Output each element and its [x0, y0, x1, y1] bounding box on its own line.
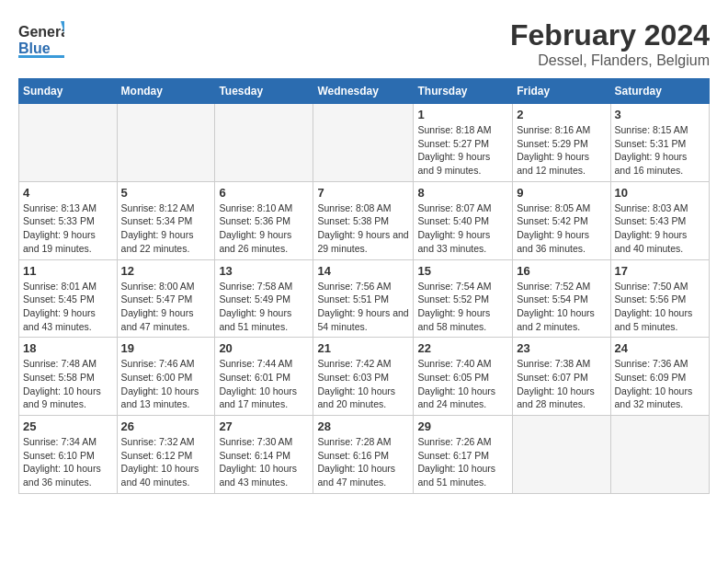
calendar-week-3: 11Sunrise: 8:01 AMSunset: 5:45 PMDayligh… — [19, 259, 710, 338]
svg-text:Blue: Blue — [18, 40, 51, 56]
day-info: Sunrise: 7:50 AMSunset: 5:56 PMDaylight:… — [615, 280, 705, 334]
day-number: 21 — [317, 341, 409, 355]
calendar-table: SundayMondayTuesdayWednesdayThursdayFrid… — [18, 78, 710, 494]
day-info: Sunrise: 8:16 AMSunset: 5:29 PMDaylight:… — [517, 123, 606, 178]
calendar-day: 27Sunrise: 7:30 AMSunset: 6:14 PMDayligh… — [215, 416, 313, 494]
day-number: 8 — [417, 186, 508, 200]
calendar-week-2: 4Sunrise: 8:13 AMSunset: 5:33 PMDaylight… — [19, 181, 710, 259]
calendar-day: 2Sunrise: 8:16 AMSunset: 5:29 PMDaylight… — [513, 104, 610, 182]
day-number: 19 — [121, 341, 211, 355]
day-number: 7 — [317, 186, 409, 200]
day-info: Sunrise: 7:30 AMSunset: 6:14 PMDaylight:… — [219, 435, 309, 489]
day-number: 13 — [219, 264, 309, 278]
weekday-header-wednesday: Wednesday — [313, 79, 414, 104]
day-info: Sunrise: 7:28 AMSunset: 6:16 PMDaylight:… — [317, 435, 409, 489]
day-number: 15 — [417, 264, 508, 278]
day-info: Sunrise: 7:58 AMSunset: 5:49 PMDaylight:… — [219, 280, 309, 334]
day-number: 17 — [615, 264, 705, 278]
day-info: Sunrise: 8:15 AMSunset: 5:31 PMDaylight:… — [615, 123, 705, 178]
calendar-day: 3Sunrise: 8:15 AMSunset: 5:31 PMDaylight… — [610, 104, 709, 182]
calendar-day — [117, 104, 215, 182]
calendar-day: 8Sunrise: 8:07 AMSunset: 5:40 PMDaylight… — [414, 181, 513, 259]
calendar-day: 9Sunrise: 8:05 AMSunset: 5:42 PMDaylight… — [513, 181, 610, 259]
day-info: Sunrise: 8:08 AMSunset: 5:38 PMDaylight:… — [317, 201, 409, 256]
day-number: 24 — [615, 341, 705, 355]
header: General Blue February 2024 Dessel, Fland… — [18, 18, 710, 69]
calendar-day: 26Sunrise: 7:32 AMSunset: 6:12 PMDayligh… — [117, 416, 215, 494]
calendar-week-5: 25Sunrise: 7:34 AMSunset: 6:10 PMDayligh… — [19, 416, 710, 494]
weekday-header-sunday: Sunday — [19, 79, 118, 104]
day-info: Sunrise: 7:54 AMSunset: 5:52 PMDaylight:… — [417, 280, 508, 334]
day-info: Sunrise: 7:32 AMSunset: 6:12 PMDaylight:… — [121, 435, 211, 489]
day-info: Sunrise: 7:52 AMSunset: 5:54 PMDaylight:… — [517, 280, 606, 334]
day-info: Sunrise: 7:48 AMSunset: 5:58 PMDaylight:… — [23, 357, 113, 411]
day-number: 6 — [219, 186, 309, 200]
day-info: Sunrise: 8:05 AMSunset: 5:42 PMDaylight:… — [517, 201, 606, 256]
day-info: Sunrise: 8:18 AMSunset: 5:27 PMDaylight:… — [417, 123, 508, 178]
day-info: Sunrise: 7:42 AMSunset: 6:03 PMDaylight:… — [317, 357, 409, 411]
calendar-week-1: 1Sunrise: 8:18 AMSunset: 5:27 PMDaylight… — [19, 104, 710, 182]
svg-text:General: General — [18, 24, 64, 40]
month-year: February 2024 — [510, 18, 710, 52]
calendar-day — [313, 104, 414, 182]
day-number: 29 — [417, 419, 508, 433]
day-number: 26 — [121, 419, 211, 433]
day-number: 3 — [615, 108, 705, 121]
weekday-header-monday: Monday — [117, 79, 215, 104]
day-number: 18 — [23, 341, 113, 355]
calendar-day: 17Sunrise: 7:50 AMSunset: 5:56 PMDayligh… — [610, 259, 709, 338]
day-number: 14 — [317, 264, 409, 278]
day-number: 12 — [121, 264, 211, 278]
day-info: Sunrise: 7:44 AMSunset: 6:01 PMDaylight:… — [219, 357, 309, 411]
logo: General Blue — [18, 18, 64, 60]
day-info: Sunrise: 8:07 AMSunset: 5:40 PMDaylight:… — [417, 201, 508, 256]
calendar-day: 6Sunrise: 8:10 AMSunset: 5:36 PMDaylight… — [215, 181, 313, 259]
calendar-day: 12Sunrise: 8:00 AMSunset: 5:47 PMDayligh… — [117, 259, 215, 338]
day-number: 27 — [219, 419, 309, 433]
calendar-day: 10Sunrise: 8:03 AMSunset: 5:43 PMDayligh… — [610, 181, 709, 259]
calendar-day: 5Sunrise: 8:12 AMSunset: 5:34 PMDaylight… — [117, 181, 215, 259]
calendar-day — [513, 416, 610, 494]
calendar-day: 4Sunrise: 8:13 AMSunset: 5:33 PMDaylight… — [19, 181, 118, 259]
day-info: Sunrise: 7:46 AMSunset: 6:00 PMDaylight:… — [121, 357, 211, 411]
calendar-day: 23Sunrise: 7:38 AMSunset: 6:07 PMDayligh… — [513, 338, 610, 416]
calendar-week-4: 18Sunrise: 7:48 AMSunset: 5:58 PMDayligh… — [19, 338, 710, 416]
day-info: Sunrise: 8:00 AMSunset: 5:47 PMDaylight:… — [121, 280, 211, 334]
calendar-day: 7Sunrise: 8:08 AMSunset: 5:38 PMDaylight… — [313, 181, 414, 259]
day-info: Sunrise: 7:56 AMSunset: 5:51 PMDaylight:… — [317, 280, 409, 334]
day-info: Sunrise: 8:10 AMSunset: 5:36 PMDaylight:… — [219, 201, 309, 256]
weekday-header-thursday: Thursday — [414, 79, 513, 104]
calendar-day: 18Sunrise: 7:48 AMSunset: 5:58 PMDayligh… — [19, 338, 118, 416]
day-number: 9 — [517, 186, 606, 200]
day-number: 2 — [517, 108, 606, 121]
day-info: Sunrise: 7:38 AMSunset: 6:07 PMDaylight:… — [517, 357, 606, 411]
calendar-day — [19, 104, 118, 182]
day-number: 25 — [23, 419, 113, 433]
calendar-day: 21Sunrise: 7:42 AMSunset: 6:03 PMDayligh… — [313, 338, 414, 416]
weekday-header-tuesday: Tuesday — [215, 79, 313, 104]
calendar-day: 25Sunrise: 7:34 AMSunset: 6:10 PMDayligh… — [19, 416, 118, 494]
day-number: 10 — [615, 186, 705, 200]
day-info: Sunrise: 8:12 AMSunset: 5:34 PMDaylight:… — [121, 201, 211, 256]
calendar-day: 1Sunrise: 8:18 AMSunset: 5:27 PMDaylight… — [414, 104, 513, 182]
day-info: Sunrise: 7:26 AMSunset: 6:17 PMDaylight:… — [417, 435, 508, 489]
day-number: 20 — [219, 341, 309, 355]
calendar-day — [610, 416, 709, 494]
location: Dessel, Flanders, Belgium — [510, 52, 710, 69]
weekday-header-saturday: Saturday — [610, 79, 709, 104]
svg-rect-3 — [18, 55, 64, 58]
calendar-day: 11Sunrise: 8:01 AMSunset: 5:45 PMDayligh… — [19, 259, 118, 338]
title-section: February 2024 Dessel, Flanders, Belgium — [510, 18, 710, 69]
calendar-day: 24Sunrise: 7:36 AMSunset: 6:09 PMDayligh… — [610, 338, 709, 416]
day-number: 1 — [417, 108, 508, 121]
day-info: Sunrise: 7:40 AMSunset: 6:05 PMDaylight:… — [417, 357, 508, 411]
calendar-day: 22Sunrise: 7:40 AMSunset: 6:05 PMDayligh… — [414, 338, 513, 416]
day-number: 22 — [417, 341, 508, 355]
calendar-day: 19Sunrise: 7:46 AMSunset: 6:00 PMDayligh… — [117, 338, 215, 416]
day-info: Sunrise: 8:03 AMSunset: 5:43 PMDaylight:… — [615, 201, 705, 256]
weekday-header-friday: Friday — [513, 79, 610, 104]
day-number: 11 — [23, 264, 113, 278]
calendar-day: 20Sunrise: 7:44 AMSunset: 6:01 PMDayligh… — [215, 338, 313, 416]
day-info: Sunrise: 7:34 AMSunset: 6:10 PMDaylight:… — [23, 435, 113, 489]
day-info: Sunrise: 8:01 AMSunset: 5:45 PMDaylight:… — [23, 280, 113, 334]
